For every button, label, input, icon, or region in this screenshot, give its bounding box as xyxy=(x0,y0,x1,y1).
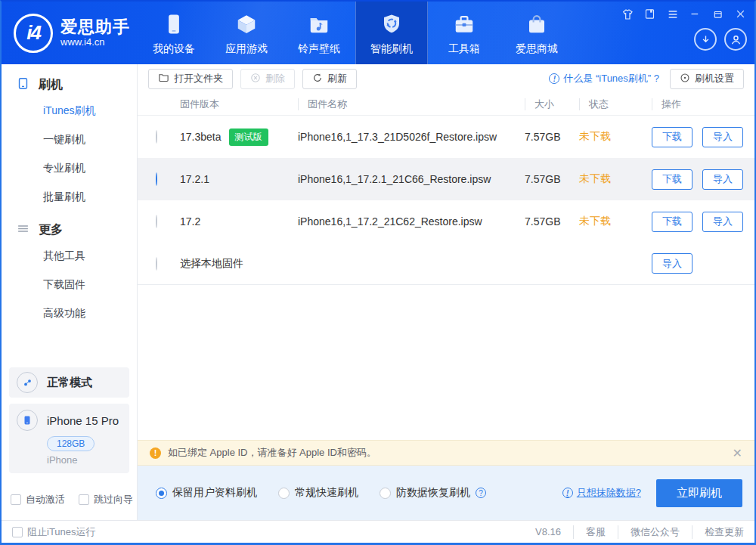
checkbox-icon xyxy=(12,527,23,537)
wechat-official-link[interactable]: 微信公众号 xyxy=(618,525,692,539)
radio-unchecked[interactable] xyxy=(156,215,157,228)
toolbox-icon xyxy=(453,13,476,38)
device-type-label: iPhone xyxy=(47,454,122,466)
settings-dial-icon xyxy=(680,73,690,85)
notice-text: 如已绑定 Apple ID，请准备好 Apple ID和密码。 xyxy=(168,446,376,460)
device-card[interactable]: iPhone 15 Pro 128GB iPhone xyxy=(9,404,129,473)
help-question-icon[interactable]: ? xyxy=(476,488,486,498)
download-button[interactable]: 下载 xyxy=(652,212,692,232)
keep-data-flash-radio[interactable]: 保留用户资料刷机 xyxy=(156,486,257,500)
anti-recovery-flash-radio[interactable]: 防数据恢复刷机 ? xyxy=(380,486,486,500)
info-circle-icon: ! xyxy=(549,73,559,84)
download-manager-icon[interactable] xyxy=(694,28,717,51)
firmware-row-17-2-1[interactable]: 17.2.1 iPhone16,1_17.2.1_21C66_Restore.i… xyxy=(138,158,754,200)
refresh-icon xyxy=(312,73,323,85)
radio-checked xyxy=(156,488,167,499)
nav-smart-flash[interactable]: 智能刷机 xyxy=(355,2,428,64)
import-button[interactable]: 导入 xyxy=(702,169,743,190)
app-logo: i4 爱思助手 www.i4.cn xyxy=(2,2,138,64)
sidebar-section-more: 更多 xyxy=(2,218,137,241)
i4-logo-icon: i4 xyxy=(14,14,53,53)
radio-unchecked xyxy=(278,488,290,499)
flash-now-button[interactable]: 立即刷机 xyxy=(656,479,742,507)
sidebar-section-flash: 刷机 xyxy=(2,73,137,96)
device-phone-icon xyxy=(17,410,38,431)
block-itunes-checkbox[interactable]: 阻止iTunes运行 xyxy=(12,525,96,539)
checkbox-icon xyxy=(11,494,21,505)
refresh-button[interactable]: 刷新 xyxy=(302,69,357,89)
firmware-row-17-3beta[interactable]: 17.3beta 测试版 iPhone16,1_17.3_21D5026f_Re… xyxy=(138,116,754,158)
radio-unchecked[interactable] xyxy=(156,257,157,271)
apple-id-notice-bar: ! 如已绑定 Apple ID，请准备好 Apple ID和密码。 ✕ xyxy=(138,440,754,466)
device-capacity-badge: 128GB xyxy=(47,436,94,451)
feedback-card-icon[interactable] xyxy=(643,8,656,20)
download-button[interactable]: 下载 xyxy=(652,127,692,147)
status-badge: 未下载 xyxy=(579,130,652,144)
firmware-row-local[interactable]: 选择本地固件 导入 xyxy=(138,243,754,285)
import-button[interactable]: 导入 xyxy=(702,127,743,147)
sidebar-item-download-firmware[interactable]: 下载固件 xyxy=(2,270,137,299)
delete-circle-icon xyxy=(250,73,261,85)
device-name: iPhone 15 Pro xyxy=(47,414,119,427)
device-mode-card[interactable]: 正常模式 xyxy=(9,367,129,398)
top-header: i4 爱思助手 www.i4.cn 我的设备 应用游戏 xyxy=(2,2,754,64)
customer-service-link[interactable]: 客服 xyxy=(573,525,618,539)
delete-button[interactable]: 删除 xyxy=(240,69,295,89)
sidebar-item-other-tools[interactable]: 其他工具 xyxy=(2,241,137,270)
app-window: i4 爱思助手 www.i4.cn 我的设备 应用游戏 xyxy=(0,0,756,545)
link-mode-icon xyxy=(17,372,38,393)
main-nav: 我的设备 应用游戏 铃声壁纸 智能刷机 xyxy=(138,2,573,64)
normal-fast-flash-radio[interactable]: 常规快速刷机 xyxy=(278,486,358,500)
warning-icon: ! xyxy=(150,447,161,459)
check-update-link[interactable]: 检查更新 xyxy=(692,525,744,539)
maximize-button[interactable] xyxy=(711,8,724,20)
status-badge: 未下载 xyxy=(579,172,652,186)
nav-ringtones-wallpaper[interactable]: 铃声壁纸 xyxy=(283,2,355,64)
sidebar-item-pro-flash[interactable]: 专业刷机 xyxy=(2,153,137,182)
sidebar: 刷机 iTunes刷机 一键刷机 专业刷机 批量刷机 更多 其他工具 下载固件 … xyxy=(2,64,138,520)
theme-skin-icon[interactable] xyxy=(621,8,634,20)
firmware-toolbar: 打开文件夹 删除 刷新 ! 什么是 “iT xyxy=(138,64,754,93)
table-empty-area xyxy=(138,285,754,440)
auto-activate-checkbox[interactable]: 自动激活 xyxy=(11,493,65,506)
import-button[interactable]: 导入 xyxy=(652,253,692,274)
firmware-table-header: 固件版本 固件名称 大小 状态 操作 xyxy=(138,93,754,116)
flash-settings-button[interactable]: 刷机设置 xyxy=(670,69,744,89)
download-button[interactable]: 下载 xyxy=(652,169,692,190)
minimize-button[interactable] xyxy=(689,8,702,20)
sidebar-item-advanced[interactable]: 高级功能 xyxy=(2,299,137,327)
nav-store[interactable]: 爱思商城 xyxy=(500,2,573,64)
flash-options-panel: 保留用户资料刷机 常规快速刷机 防数据恢复刷机 ? ! 只想抹除数据? 立即 xyxy=(138,466,754,520)
app-version: V8.16 xyxy=(535,526,573,537)
status-bar: 阻止iTunes运行 V8.16 客服 微信公众号 检查更新 xyxy=(2,520,754,543)
radio-unchecked xyxy=(380,488,391,499)
phone-icon xyxy=(163,13,185,38)
beta-badge: 测试版 xyxy=(229,129,268,146)
mode-label: 正常模式 xyxy=(47,376,92,390)
firmware-row-17-2[interactable]: 17.2 iPhone16,1_17.2_21C62_Restore.ipsw … xyxy=(138,200,754,243)
import-button[interactable]: 导入 xyxy=(702,212,743,232)
sidebar-item-itunes-flash[interactable]: iTunes刷机 xyxy=(2,96,137,125)
open-folder-button[interactable]: 打开文件夹 xyxy=(148,69,233,89)
user-account-icon[interactable] xyxy=(724,28,747,51)
close-button[interactable] xyxy=(734,8,747,20)
skip-setup-checkbox[interactable]: 跳过向导 xyxy=(79,493,133,506)
radio-unchecked[interactable] xyxy=(156,130,157,144)
shield-refresh-icon xyxy=(380,13,403,38)
nav-my-device[interactable]: 我的设备 xyxy=(138,2,210,64)
what-is-itunes-flash-link[interactable]: ! 什么是 “iTunes刷机” ? xyxy=(549,72,659,85)
nav-apps-games[interactable]: 应用游戏 xyxy=(210,2,283,64)
menu-icon[interactable] xyxy=(666,8,679,20)
sidebar-item-batch-flash[interactable]: 批量刷机 xyxy=(2,182,137,211)
folder-icon xyxy=(158,72,169,85)
info-circle-icon: ! xyxy=(562,488,573,498)
sidebar-item-onekey-flash[interactable]: 一键刷机 xyxy=(2,125,137,153)
ringtone-folder-icon xyxy=(308,13,330,38)
app-url: www.i4.cn xyxy=(60,37,130,48)
erase-data-link[interactable]: ! 只想抹除数据? xyxy=(562,486,641,500)
radio-checked[interactable] xyxy=(156,172,157,186)
nav-toolbox[interactable]: 工具箱 xyxy=(428,2,500,64)
main-panel: 打开文件夹 删除 刷新 ! 什么是 “iT xyxy=(138,64,754,520)
notice-close-icon[interactable]: ✕ xyxy=(733,446,742,460)
status-badge: 未下载 xyxy=(579,215,652,228)
